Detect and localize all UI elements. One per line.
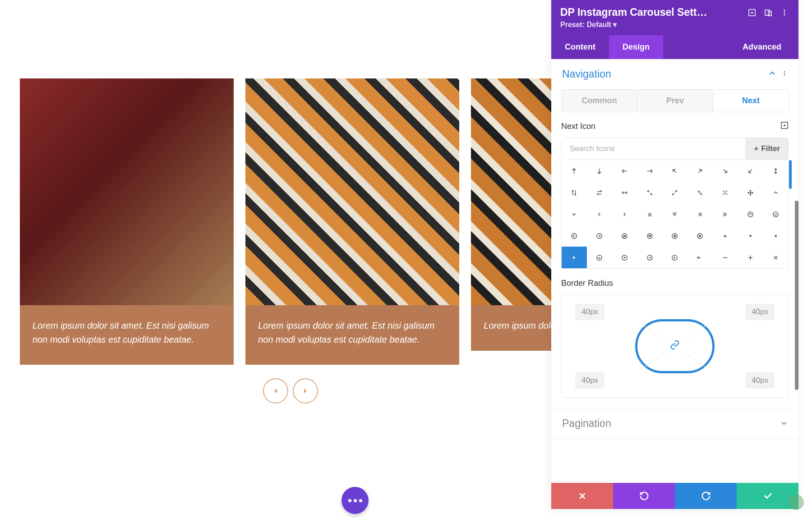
redo-button[interactable] (675, 483, 737, 509)
subtab-common[interactable]: Common (561, 89, 637, 112)
chevrons-right-icon[interactable] (713, 203, 738, 225)
carousel-card[interactable]: Lorem ipsum dolor sit amet. Est nisi gal… (20, 78, 234, 365)
caret-up-circle-icon[interactable] (587, 247, 612, 268)
subtab-next[interactable]: Next (713, 89, 789, 112)
svg-point-14 (572, 233, 577, 238)
tab-advanced[interactable]: Advanced (729, 35, 798, 59)
card-caption: Lorem ipsum dolor sit amet. Est nisi gal… (20, 305, 234, 365)
section-navigation: Navigation Common Prev Next (551, 59, 798, 408)
preset-selector[interactable]: Preset: Default ▾ (551, 20, 798, 35)
tab-design[interactable]: Design (609, 35, 663, 59)
close-icon[interactable] (763, 247, 788, 268)
more-options-fab[interactable] (341, 487, 369, 514)
card-image (471, 78, 561, 305)
chevron-down-circle-icon[interactable] (763, 203, 788, 225)
caret-left-circle-icon[interactable] (637, 247, 662, 268)
arrows-swap-icon[interactable] (587, 182, 612, 203)
chevron-up-circle-icon[interactable] (738, 203, 763, 225)
chevron-right-circle-icon[interactable] (587, 225, 612, 247)
arrow-up-icon[interactable] (562, 160, 587, 182)
caret-up-icon[interactable] (713, 225, 738, 247)
border-radius-tl-input[interactable]: 40px (575, 304, 604, 320)
expand-diag-icon[interactable] (637, 182, 662, 203)
expand-icon[interactable] (662, 182, 687, 203)
section-kebab-icon[interactable] (781, 70, 788, 78)
icon-grid (561, 160, 789, 269)
caret-down-icon[interactable] (738, 225, 763, 247)
chevrons-left-icon[interactable] (687, 203, 713, 225)
discard-button[interactable] (551, 483, 613, 509)
arrow-up-left-icon[interactable] (662, 160, 687, 182)
settings-panel: DP Instagram Carousel Sett… Preset: Defa… (551, 0, 798, 509)
carousel-card[interactable]: Lorem ipsum dolor sit amet. Est nisi gal… (245, 78, 459, 365)
panel-scrollbar[interactable] (795, 201, 798, 390)
caret-right-icon[interactable] (562, 247, 587, 268)
section-navigation-header[interactable]: Navigation (551, 59, 798, 89)
carousel-next-button[interactable] (293, 378, 318, 403)
field-next-icon: Next Icon + Filter (551, 121, 798, 279)
arrows-sort-icon[interactable] (562, 182, 587, 203)
svg-point-12 (748, 211, 753, 216)
chevron-right-icon[interactable] (612, 203, 637, 225)
tab-content[interactable]: Content (551, 35, 609, 59)
chevrons-up-icon[interactable] (637, 203, 662, 225)
chevrons-down-icon[interactable] (662, 203, 687, 225)
section-pagination-header[interactable]: Pagination (551, 408, 798, 439)
fullscreen-icon[interactable] (713, 182, 738, 203)
arrow-down-left-icon[interactable] (738, 160, 763, 182)
panel-footer (551, 483, 798, 509)
move-icon[interactable] (738, 182, 763, 203)
section-title: Pagination (562, 417, 780, 430)
svg-point-13 (773, 211, 778, 216)
svg-point-1 (751, 12, 753, 14)
panel-header: DP Instagram Carousel Sett… Preset: Defa… (551, 0, 798, 59)
responsive-toggle-icon[interactable] (780, 121, 789, 131)
responsive-icon[interactable] (763, 8, 773, 18)
border-radius-bl-input[interactable]: 40px (575, 372, 604, 389)
icon-filter-button[interactable]: + Filter (746, 138, 789, 160)
carousel-nav (20, 378, 561, 403)
link-radii-toggle[interactable] (668, 338, 682, 354)
chevron-down-icon (780, 419, 788, 428)
chevron-left-circle-icon[interactable] (562, 225, 587, 247)
caret-left-icon[interactable] (763, 225, 788, 247)
arrow-right-icon[interactable] (637, 160, 662, 182)
caret-right-circle-icon[interactable] (662, 247, 687, 268)
navigation-subtabs: Common Prev Next (551, 89, 798, 121)
card-image (20, 78, 234, 305)
icon-search-input[interactable] (562, 138, 746, 160)
carousel-card[interactable]: Lorem ipsum dolor sit amet. Est nisi gal… (471, 78, 561, 365)
arrow-up-right-icon[interactable] (687, 160, 713, 182)
chevron-down-icon[interactable] (562, 203, 587, 225)
chevrons-left-circle-icon[interactable] (662, 225, 687, 247)
chevron-up-icon[interactable] (763, 182, 788, 203)
undo-button[interactable] (613, 483, 675, 509)
chevrons-right-circle-icon[interactable] (687, 225, 713, 247)
arrow-down-icon[interactable] (587, 160, 612, 182)
chevrons-down-circle-icon[interactable] (637, 225, 662, 247)
expand-icon[interactable] (747, 8, 757, 18)
carousel-prev-button[interactable] (263, 378, 288, 403)
svg-point-15 (597, 233, 602, 238)
plus-icon[interactable] (738, 247, 763, 268)
svg-point-9 (784, 74, 785, 76)
border-radius-br-input[interactable]: 40px (745, 372, 775, 389)
subtab-prev[interactable]: Prev (637, 89, 713, 112)
chevrons-up-circle-icon[interactable] (612, 225, 637, 247)
svg-point-6 (784, 14, 785, 15)
border-radius-tr-input[interactable]: 40px (745, 304, 775, 320)
arrow-left-icon[interactable] (612, 160, 637, 182)
card-caption: Lorem ipsum dolor sit amet. Est nisi gal… (471, 305, 561, 351)
contract-icon[interactable] (687, 182, 713, 203)
minus-icon[interactable] (713, 247, 738, 268)
support-bubble[interactable] (789, 495, 804, 510)
arrows-horizontal-icon[interactable] (612, 182, 637, 203)
undo-icon[interactable] (687, 247, 713, 268)
caret-down-circle-icon[interactable] (612, 247, 637, 268)
icon-grid-scrollbar[interactable] (789, 160, 792, 189)
kebab-icon[interactable] (780, 8, 789, 18)
chevron-left-icon[interactable] (587, 203, 612, 225)
svg-point-8 (784, 73, 785, 74)
arrow-down-right-icon[interactable] (713, 160, 738, 182)
arrows-vertical-icon[interactable] (763, 160, 788, 182)
